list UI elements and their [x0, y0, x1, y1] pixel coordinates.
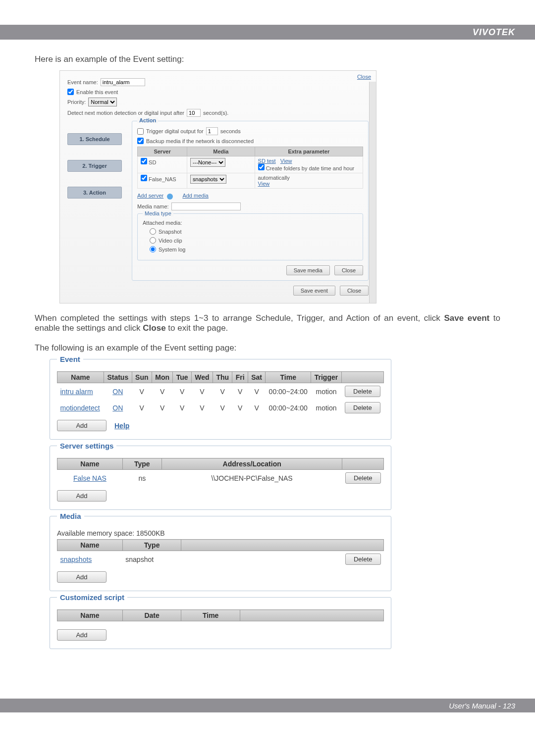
time-cell: 00:00~24:00	[266, 383, 311, 400]
script-th: Date	[122, 610, 181, 621]
backup-media-checkbox[interactable]	[137, 138, 144, 144]
event-th: Wed	[191, 372, 213, 383]
save-event-button[interactable]: Save event	[293, 286, 335, 296]
event-status-link[interactable]: ON	[104, 400, 132, 416]
server-panel-title: Server settings	[57, 442, 116, 450]
delete-button[interactable]: Delete	[345, 402, 380, 413]
server-add-button[interactable]: Add	[57, 490, 107, 502]
row-sd-label: SD	[149, 159, 156, 165]
sd-view-link[interactable]: View	[280, 158, 292, 164]
script-add-button[interactable]: Add	[57, 629, 107, 641]
media-systemlog-radio[interactable]	[150, 246, 156, 252]
trigger-cell: motion	[311, 400, 342, 416]
nas-view-link[interactable]: View	[258, 181, 270, 187]
day-cell: V	[232, 383, 248, 400]
close-link[interactable]: Close	[357, 74, 371, 80]
action-legend: Action	[137, 117, 158, 123]
script-th: Name	[57, 610, 123, 621]
row-sd-checkbox[interactable]	[141, 158, 147, 164]
delete-button[interactable]: Delete	[345, 386, 380, 397]
add-server-link[interactable]: Add server	[137, 193, 163, 199]
media-systemlog-label: System log	[159, 247, 185, 252]
media-videoclip-radio[interactable]	[150, 237, 156, 244]
media-th: Name	[57, 540, 123, 551]
footer-bar: User's Manual - 123	[0, 699, 535, 712]
media-name-input[interactable]	[171, 202, 241, 210]
event-th: Trigger	[311, 372, 342, 383]
table-row: motiondetectONVVVVVVV00:00~24:00motionDe…	[57, 400, 384, 416]
event-th: Sun	[132, 372, 152, 383]
action-th-extra: Extra parameter	[255, 147, 363, 156]
trigger-output-seconds[interactable]	[206, 127, 218, 135]
action-table: Server Media Extra parameter SD ---None-…	[137, 147, 363, 189]
close-media-button[interactable]: Close	[334, 265, 363, 275]
server-th	[342, 458, 384, 470]
day-cell: V	[191, 400, 213, 416]
day-cell: V	[132, 400, 152, 416]
step-schedule[interactable]: 1. Schedule	[67, 133, 122, 145]
row-nas-checkbox[interactable]	[141, 175, 147, 181]
detect-label: Detect next motion detection or digital …	[67, 110, 184, 116]
enable-event-label: Enable this event	[76, 89, 118, 95]
save-media-button[interactable]: Save media	[286, 265, 330, 275]
detect-seconds-input[interactable]	[187, 109, 201, 117]
trigger-cell: motion	[311, 383, 342, 400]
script-th: Time	[181, 610, 240, 621]
intro-text-2: The following is an example of the Event…	[35, 343, 500, 353]
server-name-link[interactable]: False NAS	[57, 470, 123, 487]
server-th: Address/Location	[161, 458, 342, 470]
day-cell: V	[248, 383, 265, 400]
event-list-panel: Event NameStatusSunMonTueWedThuFriSatTim…	[50, 359, 391, 440]
delete-button[interactable]: Delete	[345, 472, 381, 484]
day-cell: V	[152, 400, 173, 416]
event-name-link[interactable]: motiondetect	[57, 400, 104, 416]
trigger-output-checkbox[interactable]	[137, 128, 144, 135]
priority-select[interactable]: Normal	[88, 98, 117, 106]
delete-button[interactable]: Delete	[345, 554, 381, 565]
close-event-button[interactable]: Close	[340, 286, 369, 296]
create-folders-checkbox[interactable]	[258, 164, 265, 170]
media-snapshot-radio[interactable]	[150, 228, 156, 235]
media-add-button[interactable]: Add	[57, 571, 107, 583]
attached-label: Attached media:	[143, 220, 358, 226]
table-row: False NASns\\JOCHEN-PC\False_NASDelete	[57, 470, 384, 487]
event-status-link[interactable]: ON	[104, 383, 132, 400]
add-media-link[interactable]: Add media	[182, 193, 209, 199]
event-th: Status	[104, 372, 132, 383]
trigger-output-unit: seconds	[220, 128, 241, 134]
row-nas-auto: automatically	[258, 175, 290, 181]
enable-event-checkbox[interactable]	[67, 89, 74, 95]
action-th-media: Media	[187, 147, 255, 156]
event-name-label: Event name:	[67, 79, 98, 85]
event-th: Time	[266, 372, 311, 383]
event-add-button[interactable]: Add	[57, 420, 107, 431]
server-settings-panel: Server settings NameTypeAddress/Location…	[50, 446, 391, 510]
day-cell: V	[213, 400, 232, 416]
backup-media-label: Backup media if the network is disconnec…	[146, 138, 254, 144]
event-th: Thu	[213, 372, 232, 383]
table-row: snapshotssnapshotDelete	[57, 551, 384, 568]
row-nas-media-select[interactable]: snapshots	[190, 175, 226, 184]
priority-label: Priority:	[67, 99, 86, 105]
event-panel-title: Event	[57, 355, 83, 363]
scrollbar[interactable]	[369, 82, 376, 303]
media-snapshot-label: Snapshot	[159, 229, 181, 235]
event-name-input[interactable]	[101, 78, 145, 86]
sd-test-link[interactable]: SD test	[258, 158, 276, 164]
event-th: Tue	[173, 372, 192, 383]
day-cell: V	[173, 383, 192, 400]
media-name-link[interactable]: snapshots	[57, 551, 123, 568]
day-cell: V	[173, 400, 192, 416]
add-server-icon	[167, 194, 173, 200]
step-action[interactable]: 3. Action	[67, 187, 122, 199]
event-th: Sat	[248, 372, 265, 383]
help-link[interactable]: Help	[114, 422, 129, 430]
trigger-output-label: Trigger digital output for	[146, 128, 204, 134]
event-name-link[interactable]: intru alarm	[57, 383, 104, 400]
event-th: Name	[57, 372, 104, 383]
row-sd-media-select[interactable]: ---None---	[190, 158, 225, 167]
step-trigger[interactable]: 2. Trigger	[67, 160, 122, 172]
server-th: Name	[57, 458, 123, 470]
day-cell: V	[248, 400, 265, 416]
row-nas-label: False_NAS	[149, 176, 176, 182]
